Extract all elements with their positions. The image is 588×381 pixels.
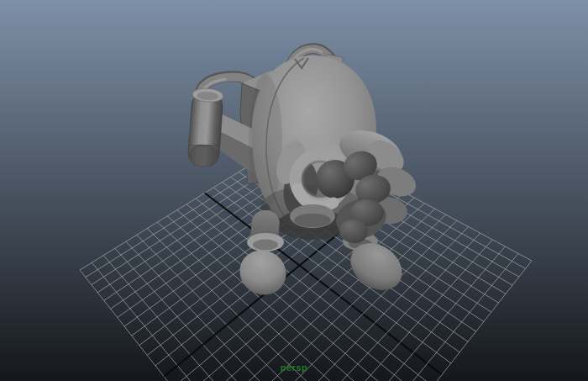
viewport-3d[interactable]: persp — [0, 0, 588, 381]
left-ankle-cuff-inner — [253, 240, 278, 251]
camera-label: persp — [0, 362, 588, 373]
left-wrist-shade — [294, 214, 331, 227]
scene-canvas[interactable] — [0, 0, 588, 381]
head-left-shade — [249, 74, 282, 209]
